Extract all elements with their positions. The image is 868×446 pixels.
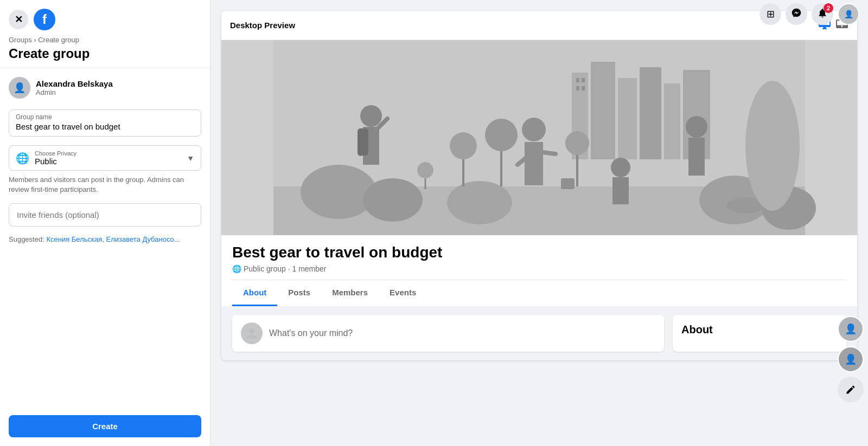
post-placeholder[interactable]: What's on your mind? (269, 328, 353, 338)
svg-point-28 (450, 132, 477, 159)
svg-rect-9 (576, 86, 579, 91)
privacy-group: 🌐 Choose Privacy Public ▼ Members and vi… (9, 145, 201, 195)
privacy-value: Public (35, 157, 181, 166)
float-avatar-1[interactable]: 👤 (838, 316, 864, 342)
svg-rect-21 (358, 128, 368, 156)
svg-rect-8 (582, 78, 585, 82)
preview-card: Desktop Preview (221, 11, 857, 360)
top-nav: ⊞ 2 👤 (751, 0, 868, 28)
privacy-description: Members and visitors can post in the gro… (9, 175, 201, 195)
group-meta-text: Public group · 1 member (244, 264, 327, 273)
tab-about[interactable]: About (232, 280, 277, 306)
svg-rect-4 (640, 67, 661, 159)
group-info: Best gear to travel on budget 🌐 Public g… (221, 235, 857, 306)
svg-point-41 (745, 81, 800, 211)
svg-point-13 (363, 178, 423, 222)
edit-button[interactable] (838, 377, 864, 403)
close-button[interactable]: ✕ (9, 10, 28, 29)
group-name-wrapper: Group name (9, 109, 201, 137)
invite-input[interactable] (9, 203, 201, 227)
group-name: Best gear to travel on budget (232, 244, 846, 261)
svg-point-32 (565, 131, 589, 155)
svg-point-39 (686, 116, 707, 138)
svg-point-12 (301, 165, 376, 219)
group-name-group: Group name (9, 109, 201, 137)
grid-icon: ⊞ (767, 8, 775, 20)
privacy-label: Choose Privacy (35, 150, 181, 157)
main-layout: ✕ f Groups › Create group Create group 👤… (0, 0, 868, 446)
suggested-link-2[interactable]: Елизавета Дубаносо... (106, 235, 180, 243)
breadcrumb: Groups › Create group (9, 36, 201, 44)
apps-button[interactable]: ⊞ (760, 3, 781, 25)
create-button[interactable]: Create (9, 415, 201, 437)
suggested-link-1[interactable]: Ксения Бельская (46, 235, 102, 243)
group-name-input[interactable] (16, 122, 194, 131)
messenger-button[interactable] (786, 3, 807, 25)
notification-badge: 2 (824, 3, 833, 13)
svg-rect-40 (688, 138, 705, 176)
about-box: About (673, 315, 846, 352)
group-tabs: About Posts Members Events (232, 280, 846, 306)
facebook-logo: f (34, 9, 55, 30)
svg-point-17 (360, 105, 382, 127)
notifications-wrapper: 2 (812, 3, 833, 25)
user-avatar-nav[interactable]: 👤 (838, 3, 859, 25)
svg-rect-10 (582, 86, 585, 91)
svg-point-30 (485, 119, 518, 151)
user-role: Admin (36, 88, 113, 96)
group-cover (221, 40, 857, 235)
chevron-down-icon: ▼ (187, 154, 194, 163)
svg-rect-7 (576, 78, 579, 82)
user-avatar: 👤 (9, 77, 30, 99)
group-name-label: Group name (16, 113, 194, 121)
post-box: What's on your mind? (232, 315, 664, 352)
preview-title: Desktop Preview (230, 21, 295, 30)
user-info: 👤 Alexandra Belskaya Admin (9, 77, 201, 99)
svg-rect-27 (612, 177, 629, 204)
globe-meta-icon: 🌐 (232, 264, 241, 273)
sidebar-content: 👤 Alexandra Belskaya Admin Group name 🌐 (0, 68, 210, 446)
svg-rect-36 (561, 178, 575, 189)
preview-area: Desktop Preview (210, 0, 868, 446)
sidebar-top-bar: ✕ f (9, 9, 201, 30)
svg-rect-23 (525, 142, 543, 185)
privacy-text: Choose Privacy Public (35, 150, 181, 166)
privacy-select[interactable]: 🌐 Choose Privacy Public ▼ (9, 145, 201, 171)
invite-group (9, 203, 201, 227)
float-avatars: 👤 👤 (838, 316, 864, 403)
sidebar: ✕ f Groups › Create group Create group 👤… (0, 0, 210, 446)
group-meta: 🌐 Public group · 1 member (232, 264, 846, 273)
post-avatar (241, 322, 263, 344)
svg-line-24 (534, 151, 556, 154)
svg-point-14 (447, 181, 512, 224)
about-title: About (681, 324, 838, 336)
svg-rect-5 (664, 83, 680, 159)
svg-rect-3 (618, 78, 637, 159)
svg-point-22 (522, 118, 546, 141)
suggested-section: Suggested: Ксения Бельская, Елизавета Ду… (9, 235, 201, 243)
tab-posts[interactable]: Posts (277, 280, 321, 306)
user-name: Alexandra Belskaya (36, 79, 113, 88)
svg-point-34 (417, 162, 433, 178)
svg-point-26 (611, 158, 630, 177)
globe-icon: 🌐 (16, 152, 29, 165)
tab-events[interactable]: Events (379, 280, 427, 306)
group-body: What's on your mind? About (221, 306, 857, 360)
messenger-icon (791, 8, 802, 21)
user-details: Alexandra Belskaya Admin (36, 79, 113, 96)
tab-members[interactable]: Members (321, 280, 379, 306)
suggested-label: Suggested: (9, 235, 44, 243)
float-avatar-2[interactable]: 👤 (838, 346, 864, 372)
sidebar-header: ✕ f Groups › Create group Create group (0, 0, 210, 68)
page-title: Create group (9, 46, 201, 61)
svg-rect-2 (591, 62, 615, 159)
